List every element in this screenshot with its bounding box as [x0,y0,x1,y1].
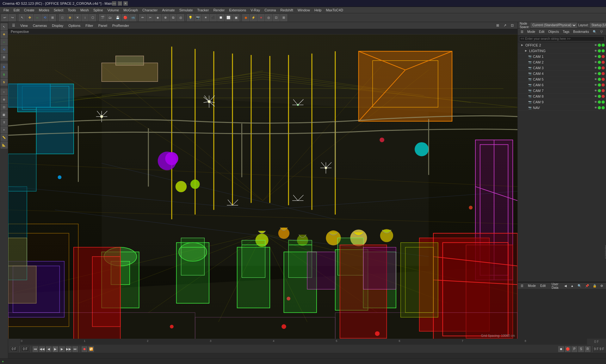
obj-item-cam9[interactable]: 📷 CAM 9 👁 [518,99,606,105]
left-rotate-btn[interactable]: ⟲ [1,46,8,53]
new-scene-button[interactable]: 🎬 [99,14,106,21]
save-button[interactable]: 💾 [114,14,121,21]
search-input[interactable] [519,36,605,41]
move-tool-button[interactable]: ✥ [26,14,33,21]
left-select-btn[interactable]: ↖ [1,23,8,30]
obj-item-cam7[interactable]: 📷 CAM 7 👁 [518,88,606,94]
menu-window[interactable]: Window [295,8,312,13]
attr-userdata-btn[interactable]: User Data [548,282,561,290]
obj-eye-cam3[interactable]: 👁 [594,66,597,70]
left-snap-btn[interactable]: ⌖ [1,126,8,133]
timeline-bar[interactable]: 0 1 2 3 4 5 6 7 8 9 0 F [8,339,606,345]
node-space-select[interactable]: Current (Standard/Physical) [531,23,577,28]
record-button[interactable]: ⏺ [82,346,87,352]
menu-maxtoc4d[interactable]: MaxToC4D [324,8,345,13]
obj-item-cam6[interactable]: 📷 CAM 6 👁 [518,82,606,88]
obj-eye-cam9[interactable]: 👁 [594,100,597,104]
scale-key-btn[interactable]: S [578,346,584,352]
attr-mode-btn[interactable]: Mode [526,284,537,288]
minimize-button[interactable]: — [112,1,116,6]
obj-eye-cam6[interactable]: 👁 [594,83,597,87]
attr-search-btn[interactable]: 🔍 [576,284,583,288]
obj-eye-cam4[interactable]: 👁 [594,72,597,75]
light-button[interactable]: 💡 [187,14,194,21]
object-mode-button[interactable]: ⊕ [66,14,73,21]
close-button[interactable]: ✕ [123,1,128,6]
menu-mograph[interactable]: MoGraph [121,8,140,13]
rot-key-btn[interactable]: R [585,346,591,352]
menu-tracker[interactable]: Tracker [195,8,211,13]
left-ruler-btn[interactable]: 📏 [1,134,8,141]
menu-create[interactable]: Create [22,8,37,13]
vp-cameras-menu[interactable]: Cameras [31,23,49,28]
layout-select[interactable]: Startup [User] [590,23,606,28]
obj-eye-cam2[interactable]: 👁 [594,61,597,64]
obj-item-cam8[interactable]: 📷 CAM 8 👁 [518,94,606,99]
vp-fullscreen-btn[interactable]: ↗ [502,23,508,28]
attr-settings-btn[interactable]: ⚙ [599,284,605,288]
auto-key-btn[interactable]: 🔴 [565,346,571,352]
menu-file[interactable]: File [1,8,11,13]
prev-frame-button[interactable]: ◀ [46,346,52,352]
obj-item-office2[interactable]: ▶ OFFICE 2 👁 [518,42,606,48]
undo-button[interactable]: ↩ [1,14,8,21]
texture-button[interactable]: ⊡ [273,14,280,21]
obj-item-cam5[interactable]: 📷 CAM 5 👁 [518,76,606,82]
brush-button[interactable]: ⊕ [162,14,169,21]
obj-search-icon[interactable]: 🔍 [591,30,598,34]
menu-redshift[interactable]: Redshift [278,8,295,13]
sky-button[interactable]: ☀ [202,14,209,21]
vp-menu-icon[interactable]: ☰ [10,23,17,28]
vp-options-menu[interactable]: Options [66,23,82,28]
attr-up-btn[interactable]: ▲ [569,284,575,288]
left-plus-btn[interactable]: ⊕ [1,96,8,103]
rotate-tool-button[interactable]: ⟲ [41,14,48,21]
transform-tool-button[interactable]: ⊞ [49,14,56,21]
attr-lock-btn[interactable]: 🔒 [591,284,598,288]
left-box-btn[interactable]: ⊡ [1,104,8,111]
left-layers-btn[interactable]: ⧖ [1,119,8,126]
obj-eye-office2[interactable]: 👁 [594,44,597,47]
next-frame-button[interactable]: ▶ [59,346,65,352]
fog-button[interactable]: ▣ [232,14,239,21]
menu-vray[interactable]: V-Ray [248,8,262,13]
attr-back-btn[interactable]: ◀ [563,284,568,288]
corona-light-button[interactable]: ◉ [242,14,249,21]
left-s2-btn[interactable]: S [1,71,8,78]
knife-button[interactable]: ✂ [147,14,154,21]
left-transform-btn[interactable]: ⊞ [1,54,8,61]
left-scale-btn[interactable]: ↔ [1,39,8,46]
redo-button[interactable]: ↪ [9,14,16,21]
attr-edit-btn[interactable]: Edit [539,284,547,288]
menu-select[interactable]: Select [52,8,66,13]
vp-prorender-menu[interactable]: ProRender [110,23,131,28]
edge-mode-button[interactable]: ↕ [82,14,89,21]
obj-item-cam4[interactable]: 📷 CAM 4 👁 [518,71,606,76]
attr-pin-btn[interactable]: 📌 [584,284,591,288]
left-move-btn[interactable]: ✥ [1,31,8,38]
menu-edit[interactable]: Edit [11,8,22,13]
attr-toolbar-icon[interactable]: ☰ [519,284,525,288]
obj-item-cam1[interactable]: 📷 CAM 1 👁 [518,54,606,59]
obj-eye-lighting[interactable]: 👁 [594,49,597,52]
left-circle-btn[interactable]: ○ [1,88,8,95]
xref-button[interactable]: ⊞ [280,14,287,21]
obj-objects-btn[interactable]: Objects [547,30,560,34]
obj-eye-cam1[interactable]: 👁 [594,55,597,58]
scale-tool-button[interactable]: ↔ [34,14,41,21]
obj-item-nav[interactable]: 📷 NAV 👁 [518,105,606,111]
left-s1-btn[interactable]: S [1,64,8,70]
pos-key-btn[interactable]: P [572,346,577,352]
step-back-button[interactable]: ◀◀ [39,346,45,352]
left-s3-btn[interactable]: S [1,79,8,86]
env-button[interactable]: ⬜ [225,14,232,21]
camera-button[interactable]: 📷 [195,14,201,21]
vp-expand-btn[interactable]: ⊞ [494,23,501,28]
render-view-button[interactable]: 📹 [129,14,136,21]
left-measure-btn[interactable]: 📐 [1,142,8,149]
menu-spline[interactable]: Spline [91,8,105,13]
vp-filter-menu[interactable]: Filter [83,23,95,28]
go-start-button[interactable]: ⏮ [33,346,38,352]
play-button[interactable]: ▶ [53,346,58,352]
obj-toolbar-icon[interactable]: ☰ [519,30,525,34]
